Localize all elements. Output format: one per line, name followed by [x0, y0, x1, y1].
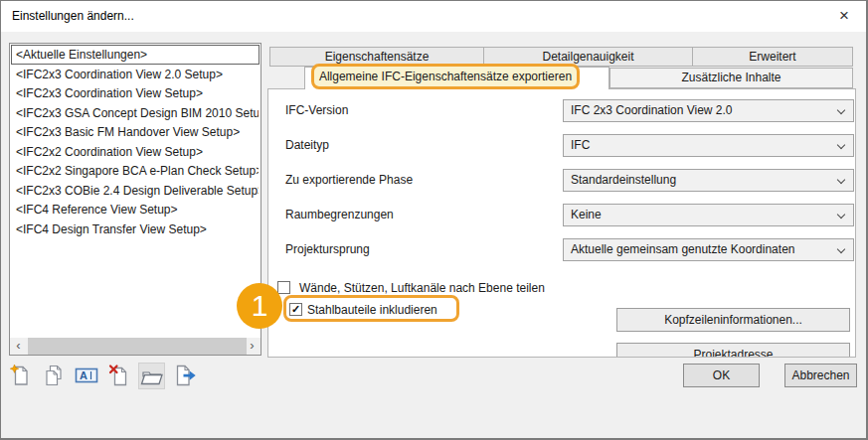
setup-list-item[interactable]: <IFC2x2 Coordination View Setup> — [11, 142, 260, 162]
dialog-title: Einstellungen ändern... — [12, 9, 134, 23]
tab-label: Zusätzliche Inhalte — [681, 71, 781, 84]
setup-list-item[interactable]: <IFC4 Design Transfer View Setup> — [11, 220, 260, 239]
delete-setup-icon — [107, 364, 131, 387]
chevron-down-icon — [837, 245, 845, 253]
phase-dropdown[interactable]: Standardeinstellung — [563, 169, 854, 192]
split-walls-checkbox[interactable] — [277, 281, 290, 294]
scroll-left-icon[interactable]: ‹ — [10, 338, 27, 355]
setup-list: <Aktuelle Einstellungen> <IFC2x3 Coordin… — [9, 43, 261, 356]
ok-label: OK — [713, 368, 730, 382]
import-setup-icon — [140, 365, 164, 388]
new-setup-button[interactable] — [7, 363, 34, 389]
cancel-label: Abbrechen — [791, 368, 849, 382]
chevron-down-icon — [837, 106, 845, 114]
tab-erweitert[interactable]: Erweitert — [692, 47, 853, 67]
project-address-button[interactable]: Projektadresse — [616, 343, 850, 358]
file-type-value: IFC — [571, 138, 590, 152]
setup-list-item[interactable]: <IFC4 Reference View Setup> — [11, 200, 260, 220]
annotation-badge-1: 1 — [237, 283, 282, 329]
ifc-version-value: IFC 2x3 Coordination View 2.0 — [571, 103, 733, 117]
header-information-label: Kopfzeileninformationen... — [664, 313, 802, 327]
horizontal-scrollbar[interactable]: ‹ › — [10, 338, 260, 355]
setup-list-item[interactable]: <IFC2x2 Singapore BCA e-Plan Check Setup… — [11, 161, 260, 181]
project-origin-label: Projektursprung — [285, 238, 370, 261]
file-type-label: Dateityp — [285, 134, 329, 157]
duplicate-setup-icon — [42, 364, 66, 387]
rename-setup-icon: A — [75, 364, 98, 387]
project-address-label: Projektadresse — [693, 348, 773, 358]
ifc-version-label: IFC-Version — [285, 99, 348, 122]
duplicate-setup-button[interactable] — [40, 363, 67, 389]
cancel-button[interactable]: Abbrechen — [784, 364, 857, 387]
phase-value: Standardeinstellung — [571, 173, 676, 187]
active-tab-label: Allgemeine IFC-Eigenschaftensätze export… — [319, 70, 572, 83]
delete-setup-button[interactable] — [105, 363, 132, 389]
tab-label: Eigenschaftensätze — [325, 50, 430, 64]
setup-list-item[interactable]: <IFC2x3 Coordination View 2.0 Setup> — [11, 65, 260, 84]
tab-panel: IFC-Version IFC 2x3 Coordination View 2.… — [267, 88, 856, 358]
tab-zusaetzliche-inhalte[interactable]: Zusätzliche Inhalte — [609, 68, 853, 88]
phase-label: Zu exportierende Phase — [285, 169, 413, 192]
split-walls-label[interactable]: Wände, Stützen, Luftkanäle nach Ebene te… — [299, 281, 545, 295]
scrollbar-thumb[interactable] — [28, 338, 247, 355]
setup-list-item[interactable]: <IFC2x3 Coordination View Setup> — [11, 83, 260, 103]
setup-list-item-current[interactable]: <Aktuelle Einstellungen> — [11, 45, 260, 65]
chevron-down-icon — [837, 176, 845, 184]
close-icon[interactable]: × — [832, 5, 856, 27]
setup-list-item[interactable]: <IFC2x3 GSA Concept Design BIM 2010 Setu… — [11, 103, 260, 123]
export-setup-button[interactable] — [171, 363, 198, 389]
chevron-down-icon — [837, 141, 845, 149]
annotation-highlight-tab: Allgemeine IFC-Eigenschaftensätze export… — [311, 64, 580, 89]
file-type-dropdown[interactable]: IFC — [563, 134, 854, 157]
space-boundaries-label: Raumbegrenzungen — [285, 204, 394, 226]
tab-label: Detailgenauigkeit — [542, 50, 633, 64]
header-information-button[interactable]: Kopfzeileninformationen... — [616, 308, 850, 332]
ifc-version-dropdown[interactable]: IFC 2x3 Coordination View 2.0 — [563, 99, 854, 122]
ok-button[interactable]: OK — [683, 364, 760, 387]
project-origin-value: Aktuelle gemeinsam genutzte Koordinaten — [571, 242, 794, 256]
scroll-right-icon[interactable]: › — [244, 338, 260, 355]
settings-dialog: Einstellungen ändern... × <Aktuelle Eins… — [0, 0, 868, 440]
project-origin-dropdown[interactable]: Aktuelle gemeinsam genutzte Koordinaten — [563, 238, 854, 261]
new-setup-icon — [9, 364, 33, 387]
setup-list-item[interactable]: <IFC2x3 COBie 2.4 Design Deliverable Set… — [11, 181, 260, 201]
import-setup-button[interactable] — [138, 363, 165, 389]
svg-text:A: A — [80, 369, 87, 381]
annotation-highlight-checkbox — [283, 295, 459, 322]
setup-list-item[interactable]: <IFC2x3 Basic FM Handover View Setup> — [11, 122, 260, 142]
title-bar: Einstellungen ändern... × — [1, 1, 866, 32]
export-setup-icon — [173, 364, 197, 387]
chevron-down-icon — [837, 211, 845, 219]
space-boundaries-value: Keine — [571, 208, 602, 221]
tab-label: Erweitert — [749, 50, 795, 64]
space-boundaries-dropdown[interactable]: Keine — [563, 204, 854, 226]
rename-setup-button[interactable]: A — [73, 363, 99, 389]
